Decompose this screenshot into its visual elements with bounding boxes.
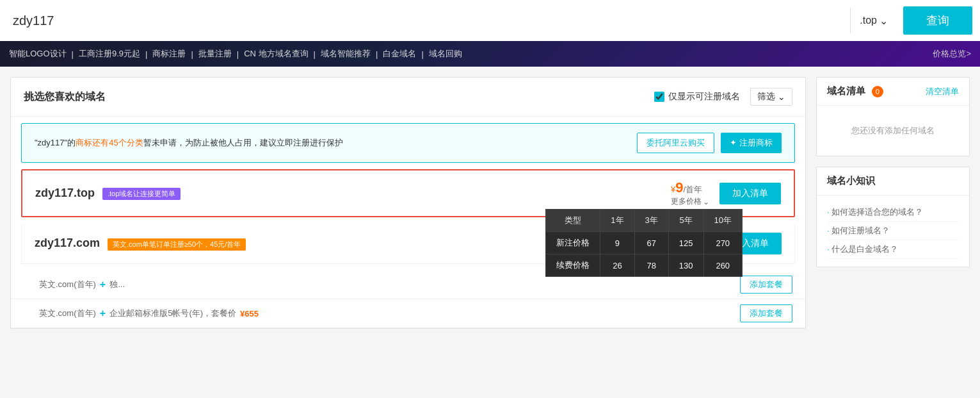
domain-name-text-com: zdy117.com: [35, 236, 100, 249]
checkbox-text: 仅显示可注册域名: [668, 91, 740, 103]
nav-sep-7: |: [421, 49, 423, 59]
price-row-new-y5: 125: [668, 232, 703, 254]
price-row-new-y1: 9: [600, 232, 634, 254]
price-row-renew: 续费价格 26 78 130 260: [546, 254, 743, 277]
chevron-down-icon: ⌄: [880, 15, 888, 27]
panel-header: 挑选您喜欢的域名 仅显示可注册域名 筛选 ⌄: [11, 78, 805, 117]
domain-row-top: zdy117.top .top域名让连接更简单 ¥9/首年 更多价格 ⌄ 加入清…: [21, 169, 795, 217]
nav-sep-1: |: [72, 49, 74, 59]
domain-name-com: zdy117.com 英文.com单笔订单注册≥50个，45元/首年: [35, 236, 246, 251]
nav-item-gongshang[interactable]: 工商注册9.9元起: [79, 48, 140, 60]
more-prices-top[interactable]: 更多价格 ⌄: [671, 196, 709, 207]
register-trademark-button[interactable]: ✦ 注册商标: [721, 133, 782, 153]
filter-button[interactable]: 筛选 ⌄: [750, 88, 792, 106]
nav-item-buyback[interactable]: 域名回购: [429, 48, 462, 60]
panel-title: 挑选您喜欢的域名: [24, 90, 106, 104]
domain-list-title: 域名清单: [827, 85, 865, 96]
nav-item-recommend[interactable]: 域名智能推荐: [321, 48, 371, 60]
more-prices-icon: ⌄: [703, 197, 709, 206]
bundle1-text: 英文.com(首年): [39, 279, 96, 290]
filter-chevron-icon: ⌄: [778, 92, 785, 102]
price-table-header-y1: 1年: [600, 210, 634, 232]
query-button[interactable]: 查询: [903, 6, 972, 35]
entrust-buy-button[interactable]: 委托阿里云购买: [637, 133, 714, 153]
add-to-list-top[interactable]: 加入清单: [719, 183, 781, 204]
domain-list-card: 域名清单 0 清空清单 您还没有添加任何域名: [816, 77, 970, 156]
knowledge-item-2[interactable]: 如何注册域名？: [827, 222, 959, 240]
domain-list-badge: 0: [872, 86, 883, 97]
tm-text-before: "zdy117"的: [35, 138, 76, 147]
price-link[interactable]: 价格总览>: [933, 48, 971, 60]
price-table-header-y5: 5年: [668, 210, 703, 232]
nav-links: 智能LOGO设计 | 工商注册9.9元起 | 商标注册 | 批量注册 | CN …: [9, 48, 462, 60]
knowledge-list: 如何选择适合您的域名？ 如何注册域名？ 什么是白金域名？: [817, 195, 969, 267]
bundle1-text2: 独...: [109, 279, 125, 290]
trademark-notice: "zdy117"的商标还有45个分类暂未申请，为防止被他人占用，建议立即注册进行…: [21, 123, 795, 163]
header: .top ⌄ 查询 智能LOGO设计 | 工商注册9.9元起 | 商标注册 | …: [0, 0, 980, 67]
domain-list-header: 域名清单 0 清空清单: [817, 78, 969, 106]
price-table-header-type: 类型: [546, 210, 600, 232]
nav-sep-4: |: [237, 49, 239, 59]
price-row-renew-y5: 130: [668, 254, 703, 277]
bundle2-text2: 企业邮箱标准版5帐号(年)，套餐价: [109, 308, 236, 319]
nav-bar: 智能LOGO设计 | 工商注册9.9元起 | 商标注册 | 批量注册 | CN …: [0, 41, 980, 67]
bundle-row-2: 英文.com(首年) + 企业邮箱标准版5帐号(年)，套餐价 ¥655 添加套餐: [11, 299, 805, 328]
bundle2-plus: +: [100, 308, 106, 319]
right-sidebar: 域名清单 0 清空清单 您还没有添加任何域名 域名小知识 如何选择适合您的域名？…: [816, 77, 970, 329]
trademark-buttons: 委托阿里云购买 ✦ 注册商标: [637, 133, 782, 153]
domain-row-right-top: ¥9/首年 更多价格 ⌄ 加入清单: [671, 179, 781, 207]
tm-link[interactable]: 商标还有45个分类: [76, 138, 143, 147]
nav-item-batch[interactable]: 批量注册: [198, 48, 232, 60]
tm-text-after: 暂未申请，为防止被他人占用，建议立即注册进行保护: [143, 138, 343, 147]
show-registrable-checkbox[interactable]: 仅显示可注册域名: [654, 91, 740, 103]
search-input[interactable]: [8, 11, 850, 31]
price-row-new: 新注价格 9 67 125 270: [546, 232, 743, 254]
bundle1-add-button[interactable]: 添加套餐: [740, 276, 792, 294]
price-big-top: 9: [675, 179, 683, 195]
nav-sep-6: |: [376, 49, 378, 59]
domain-list-title-area: 域名清单 0: [827, 85, 883, 97]
nav-item-platinum[interactable]: 白金域名: [383, 48, 416, 60]
knowledge-title: 域名小知识: [827, 175, 875, 187]
price-row-renew-y1: 26: [600, 254, 634, 277]
clear-list-link[interactable]: 清空清单: [926, 86, 959, 97]
knowledge-item-1[interactable]: 如何选择适合您的域名？: [827, 203, 959, 222]
nav-item-cn[interactable]: CN 地方域名查询: [244, 48, 308, 60]
main-content: 挑选您喜欢的域名 仅显示可注册域名 筛选 ⌄ "zdy117"的商标还有45个分…: [0, 67, 980, 339]
price-area-top: ¥9/首年 更多价格 ⌄: [671, 179, 709, 207]
knowledge-header: 域名小知识: [817, 167, 969, 195]
domain-tag-com: 英文.com单笔订单注册≥50个，45元/首年: [108, 238, 246, 251]
left-panel: 挑选您喜欢的域名 仅显示可注册域名 筛选 ⌄ "zdy117"的商标还有45个分…: [10, 77, 806, 329]
knowledge-item-3[interactable]: 什么是白金域名？: [827, 240, 959, 259]
domain-selector[interactable]: .top ⌄: [850, 8, 897, 33]
price-row-renew-y3: 78: [634, 254, 668, 277]
price-table-header-y3: 3年: [634, 210, 668, 232]
panel-header-right: 仅显示可注册域名 筛选 ⌄: [654, 88, 792, 106]
nav-item-logo[interactable]: 智能LOGO设计: [9, 48, 67, 60]
domain-name-top: zdy117.top .top域名让连接更简单: [35, 187, 181, 201]
price-row-new-y10: 270: [703, 232, 742, 254]
nav-sep-3: |: [191, 49, 193, 59]
price-unit-top: /首年: [683, 185, 702, 194]
bundle2-text: 英文.com(首年): [39, 308, 96, 319]
search-bar: .top ⌄ 查询: [0, 0, 980, 41]
domain-tag-top: .top域名让连接更简单: [102, 188, 181, 200]
domain-suffix-label: .top: [860, 15, 877, 26]
nav-item-trademark[interactable]: 商标注册: [152, 48, 186, 60]
filter-label: 筛选: [757, 91, 775, 103]
bundle2-add-button[interactable]: 添加套餐: [740, 304, 792, 322]
domain-rows-wrapper: zdy117.top .top域名让连接更简单 ¥9/首年 更多价格 ⌄ 加入清…: [11, 169, 805, 328]
price-row-renew-y10: 260: [703, 254, 742, 277]
trademark-text: "zdy117"的商标还有45个分类暂未申请，为防止被他人占用，建议立即注册进行…: [35, 137, 343, 149]
bundle2-price: ¥655: [240, 309, 259, 319]
price-popup: 类型 1年 3年 5年 10年 新注价格 9 67: [545, 209, 743, 277]
price-row-new-y3: 67: [634, 232, 668, 254]
knowledge-card: 域名小知识 如何选择适合您的域名？ 如何注册域名？ 什么是白金域名？: [816, 167, 970, 267]
more-prices-label: 更多价格: [671, 196, 702, 207]
price-row-new-label: 新注价格: [546, 232, 600, 254]
registrable-checkbox-input[interactable]: [654, 92, 664, 102]
nav-sep-5: |: [314, 49, 316, 59]
price-row-renew-label: 续费价格: [546, 254, 600, 277]
price-table: 类型 1年 3年 5年 10年 新注价格 9 67: [545, 209, 743, 277]
price-table-header-y10: 10年: [703, 210, 742, 232]
